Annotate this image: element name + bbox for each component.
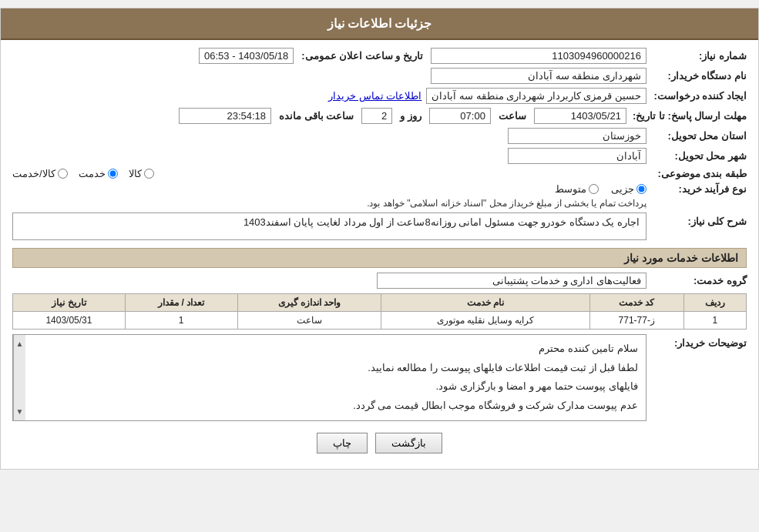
response-days-value: 2 (361, 108, 392, 124)
purchase-type-jozei-label: جزیی (611, 183, 634, 195)
creator-value: حسین قرمزی کاربردار شهرداری منطقه سه آبا… (426, 88, 646, 104)
purchase-type-motavaset-label: متوسط (555, 183, 586, 195)
response-remaining-label: ساعت باقی مانده (279, 110, 354, 122)
service-name: کرایه وسایل نقلیه موتوری (381, 312, 590, 330)
need-description-box: اجاره یک دستگاه خودرو جهت مسئول امانی رو… (12, 212, 646, 240)
province-value: خوزستان (508, 128, 646, 144)
services-table: ردیف کد خدمت نام خدمت واحد اندازه گیری ت… (12, 293, 747, 330)
creator-label: ایجاد کننده درخواست: (646, 90, 747, 102)
service-code: ز-77-771 (589, 312, 683, 330)
col-header-unit: واحد اندازه گیری (237, 294, 381, 312)
service-group-value: فعالیت‌های اداری و خدمات پشتیبانی (377, 273, 646, 289)
category-kala-khedmat-option[interactable]: کالا/خدمت (12, 168, 68, 179)
row-number: 1 (683, 312, 746, 330)
response-time-value: 07:00 (429, 108, 491, 124)
service-unit: ساعت (237, 312, 381, 330)
city-label: شهر محل تحویل: (646, 150, 747, 162)
buyer-desc-label: توضیحات خریدار: (646, 334, 747, 349)
creator-contact-link[interactable]: اطلاعات تماس خریدار (328, 90, 421, 102)
category-khedmat-option[interactable]: خدمت (79, 168, 118, 179)
response-deadline-label: مهلت ارسال پاسخ: تا تاریخ: (626, 110, 747, 122)
category-kala-option[interactable]: کالا (129, 168, 154, 179)
col-header-code: کد خدمت (589, 294, 683, 312)
print-button[interactable]: چاپ (317, 433, 368, 453)
service-quantity: 1 (125, 312, 237, 330)
category-kala-khedmat-label: کالا/خدمت (12, 168, 55, 179)
category-label: طبقه بندی موضوعی: (646, 168, 747, 179)
announce-datetime-label: تاریخ و ساعت اعلان عمومی: (301, 50, 423, 62)
buyer-org-value: شهرداری منطقه سه آبادان (431, 68, 646, 84)
need-number-value: 1103094960000216 (431, 48, 646, 64)
buyer-desc-line-2: لطفا قبل از ثبت قیمت اطلاعات فایلهای پیو… (29, 359, 638, 378)
announce-datetime-value: 1403/05/18 - 06:53 (199, 48, 294, 64)
table-row: 1 ز-77-771 کرایه وسایل نقلیه موتوری ساعت… (13, 312, 747, 330)
city-value: آبادان (508, 148, 646, 164)
scroll-up-arrow[interactable]: ▲ (14, 335, 25, 353)
service-group-label: گروه خدمت: (646, 275, 747, 286)
service-info-section-header: اطلاعات خدمات مورد نیاز (12, 248, 747, 268)
province-label: استان محل تحویل: (646, 130, 747, 142)
buttons-row: بازگشت چاپ (12, 425, 747, 461)
back-button[interactable]: بازگشت (375, 433, 442, 453)
purchase-type-jozei-option[interactable]: جزیی (611, 183, 646, 195)
page-title: جزئیات اطلاعات نیاز (1, 8, 758, 40)
col-header-date: تاریخ نیاز (13, 294, 126, 312)
buyer-desc-line-4: عدم پیوست مدارک شرکت و فروشگاه موجب ابطا… (29, 396, 638, 416)
purchase-type-label: نوع فرآیند خرید: (646, 183, 747, 195)
purchase-type-note: پرداخت تمام یا بخشی از مبلغ خریداز محل "… (12, 198, 646, 209)
buyer-description-box: سلام تامین کننده محترم لطفا قبل از ثبت ق… (12, 334, 646, 421)
need-number-label: شماره نیاز: (646, 50, 747, 62)
col-header-row: ردیف (683, 294, 746, 312)
col-header-name: نام خدمت (381, 294, 590, 312)
category-khedmat-label: خدمت (79, 168, 106, 179)
purchase-type-motavaset-option[interactable]: متوسط (555, 183, 599, 195)
need-desc-label: شرح کلی نیاز: (646, 212, 747, 227)
service-date: 1403/05/31 (13, 312, 126, 330)
response-days-label: روز و (400, 110, 421, 122)
buyer-org-label: نام دستگاه خریدار: (646, 70, 747, 82)
response-time-label: ساعت (499, 110, 526, 122)
scroll-down-arrow[interactable]: ▼ (14, 403, 25, 420)
scrollbar[interactable]: ▲ ▼ (13, 335, 25, 420)
col-header-quantity: تعداد / مقدار (125, 294, 237, 312)
response-date-value: 1403/05/21 (534, 108, 626, 124)
buyer-desc-line-3: فایلهای پیوست حتما مهر و امضا و بارگزاری… (29, 377, 638, 396)
buyer-desc-line-1: سلام تامین کننده محترم (29, 340, 638, 359)
response-remaining-value: 23:54:18 (179, 108, 271, 124)
category-kala-label: کالا (129, 168, 142, 179)
